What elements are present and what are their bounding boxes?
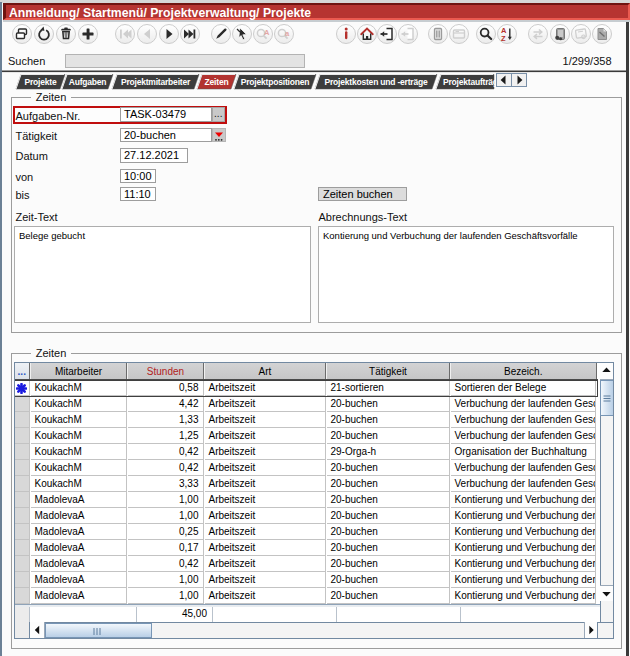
svg-text:a: a <box>285 29 290 38</box>
svg-text:Aufgaben: Aufgaben <box>69 77 107 87</box>
svg-text:Projektaufträge: Projektaufträge <box>443 77 503 87</box>
svg-text:Zeiten: Zeiten <box>205 77 229 87</box>
svg-text:Projektpositionen: Projektpositionen <box>241 77 309 87</box>
svg-text:Projekte: Projekte <box>25 77 57 87</box>
svg-text:Z: Z <box>501 34 506 43</box>
svg-text:A: A <box>264 28 270 37</box>
svg-text:Projektmitarbeiter: Projektmitarbeiter <box>121 77 191 87</box>
svg-text:Projektkosten und -erträge: Projektkosten und -erträge <box>325 77 428 87</box>
